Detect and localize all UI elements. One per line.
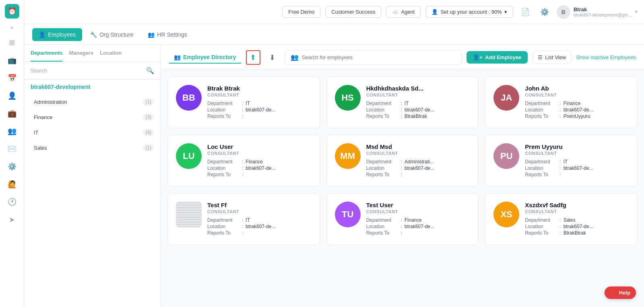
employee-department: Department : IT [525,159,629,165]
employee-avatar: HS [335,85,361,111]
document-icon-button[interactable]: 📄 [518,5,533,19]
search-input[interactable] [31,68,143,74]
employee-card[interactable]: XS Xszdxvf Sadfg CONSULTANT Department :… [485,193,638,245]
department-item[interactable]: IT(4) [24,125,161,140]
directory-icon: 👥 [174,54,181,60]
help-icon: ❓ [610,290,617,296]
employee-role: CONSULTANT [366,151,471,156]
employee-card[interactable]: TU Test User CONSULTANT Department : Fin… [326,193,479,245]
settings-icon-button[interactable]: ⚙️ [537,5,552,19]
show-inactive-button[interactable]: Show Inactive Employees [576,54,636,60]
left-panel-tabs: Departments Managers Location [24,45,161,62]
employee-role: CONSULTANT [366,209,471,214]
employee-directory-tab[interactable]: 👥 Employee Directory [169,52,241,64]
employee-name: Xszdxvf Sadfg [525,202,629,208]
tab-employees[interactable]: 👤 Employees [32,28,82,41]
department-item[interactable]: Administration(1) [24,94,161,109]
employee-card[interactable]: Test Ff CONSULTANT Department : IT Locat… [167,193,320,245]
user-profile[interactable]: B Btrak btrak607-development@gm... ▾ [557,5,638,19]
employee-avatar: LU [176,143,202,169]
customer-success-button[interactable]: Customer Success [325,6,381,18]
employee-department: Department : Sales [525,217,629,223]
employees-icon: 👤 [39,31,45,38]
employee-name: Msd Msd [366,143,471,150]
sidebar-toggle[interactable]: » [10,25,13,31]
sidebar-icon-mail[interactable]: ✉️ [5,142,19,156]
help-button[interactable]: ❓ Help [605,286,636,299]
employee-name: John Ab [525,85,629,92]
search-icon: 👥 [291,54,299,61]
person-icon: 👤 [431,9,438,15]
employee-name: Prem Uyyuru [525,143,629,150]
tab-hr-settings[interactable]: 👥 HR Settings [141,28,194,41]
employee-card[interactable]: PU Prem Uyyuru CONSULTANT Department : I… [485,135,638,187]
download-button[interactable]: ⬇ [265,50,280,65]
app-logo[interactable]: ⏰ [5,4,19,19]
employee-avatar: XS [493,202,519,227]
department-item[interactable]: Finance(3) [24,109,161,125]
main-area: Free Demo Customer Success ☁️ Agent 👤 Se… [24,0,644,307]
sidebar-icon-clock[interactable]: 🕐 [5,195,19,209]
employee-grid: BB Btrak Btrak CONSULTANT Department : I… [161,70,644,307]
employee-reports-to: Reports To : BtrakBtrak [366,113,471,119]
employee-role: CONSULTANT [525,209,629,214]
employee-photo [176,202,202,227]
sidebar: ⏰ » ⊞ 📺 📅 👤 💼 👥 ✉️ ⚙️ 🙋 🕐 ➤ [0,0,24,307]
tab-managers[interactable]: Managers [69,45,93,62]
setup-button[interactable]: 👤 Set up your account : 90% ▾ [425,6,513,18]
employee-reports-to: Reports To : [366,230,471,236]
sidebar-icon-briefcase[interactable]: 💼 [5,106,19,121]
employee-card[interactable]: MM Msd Msd CONSULTANT Department : Admin… [326,135,479,187]
company-name[interactable]: btrak607-development [24,80,161,94]
employee-role: CONSULTANT [525,93,629,97]
employee-card[interactable]: JA John Ab CONSULTANT Department : Finan… [485,76,638,128]
agent-button[interactable]: ☁️ Agent [386,6,421,18]
employee-reports-to: Reports To : PremUyyuru [525,113,629,119]
department-item[interactable]: Sales(1) [24,140,161,155]
employee-card[interactable]: LU Loc User CONSULTANT Department : Fina… [167,135,320,187]
employee-reports-to: Reports To : BtrakBtrak [525,230,629,236]
add-person-icon: 👤+ [473,54,483,60]
tab-org-structure[interactable]: 🔧 Org Structure [84,28,140,41]
employee-name: Test Ff [207,202,312,208]
sidebar-icon-send[interactable]: ➤ [5,212,19,227]
tab-location[interactable]: Location [100,45,122,62]
employee-location: Location : btrak607-de... [366,224,471,229]
right-panel: 👥 Employee Directory ⬆ ⬇ 👥 👤+ [161,45,644,307]
upload-button[interactable]: ⬆ [246,50,260,65]
employee-card[interactable]: HS Hkdhkdhaskda Sd... CONSULTANT Departm… [326,76,479,128]
sidebar-icon-tv[interactable]: 📺 [5,53,19,68]
cloud-icon: ☁️ [392,9,398,15]
employee-reports-to: Reports To : [366,172,471,177]
org-icon: 🔧 [90,31,97,38]
employee-avatar: BB [176,85,202,111]
employee-directory-header: 👥 Employee Directory ⬆ ⬇ 👥 👤+ [161,45,644,70]
sidebar-icon-group[interactable]: 👥 [5,124,19,138]
employee-location: Location : btrak607-de... [366,107,471,113]
add-employee-button[interactable]: 👤+ Add Employee [466,51,528,64]
sidebar-icon-calendar[interactable]: 📅 [5,71,19,85]
free-demo-button[interactable]: Free Demo [282,6,320,18]
employee-department: Department : IT [366,101,471,106]
employee-search-box[interactable]: 👥 [285,50,462,65]
employee-location: Location : btrak607-de... [525,107,629,113]
content-area: 👤 Employees 🔧 Org Structure 👥 HR Setting… [24,24,644,307]
user-chevron-icon: ▾ [635,9,638,14]
employee-search-input[interactable] [302,54,456,60]
sidebar-icon-dashboard[interactable]: ⊞ [5,35,19,50]
employee-card[interactable]: BB Btrak Btrak CONSULTANT Department : I… [167,76,320,128]
sidebar-icon-people[interactable]: 👤 [5,89,19,103]
tab-departments[interactable]: Departments [31,45,62,62]
employee-name: Test User [366,202,471,208]
employee-reports-to: Reports To : [207,230,312,236]
employee-name: Hkdhkdhaskda Sd... [366,85,471,92]
employee-location: Location : btrak607-de... [207,107,312,113]
user-name: Btrak [574,6,632,12]
top-navigation: Free Demo Customer Success ☁️ Agent 👤 Se… [24,0,644,24]
sidebar-icon-user[interactable]: 🙋 [5,177,19,192]
employee-name: Loc User [207,143,312,150]
hr-tabs: 👤 Employees 🔧 Org Structure 👥 HR Setting… [24,24,644,45]
list-view-button[interactable]: ☰ List View [533,51,571,64]
sidebar-icon-settings[interactable]: ⚙️ [5,159,19,174]
employee-location: Location : btrak607-de... [525,165,629,171]
